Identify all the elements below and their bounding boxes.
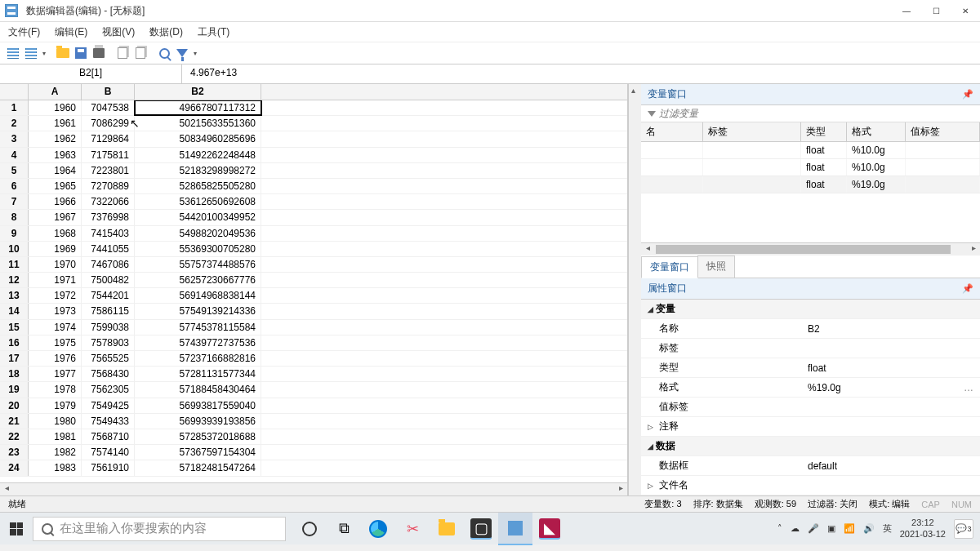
table-row[interactable]: 17 1976 7565525 57237166882816 [0, 351, 627, 367]
tray-mic-icon[interactable]: 🎤 [808, 523, 819, 534]
col-header-c[interactable]: B2 [135, 84, 261, 100]
cell[interactable]: 7467086 [82, 257, 135, 272]
row-header[interactable]: 15 [0, 320, 29, 335]
table-row[interactable]: 6 1965 7270889 52865825505280 [0, 179, 627, 194]
cell[interactable]: 7565525 [82, 351, 135, 366]
cell[interactable]: 7376998 [82, 210, 135, 224]
cell[interactable]: 53612650692608 [135, 194, 261, 209]
task-view-icon[interactable]: ⧉ [327, 513, 361, 545]
app-icon-2[interactable]: ◣ [539, 518, 560, 540]
cell[interactable]: 49667807117312 [135, 100, 261, 115]
vth-label[interactable]: 标签 [703, 122, 801, 141]
vth-format[interactable]: 格式 [847, 122, 906, 141]
table-row[interactable]: 18 1977 7568430 57281131577344 [0, 367, 627, 382]
row-header[interactable]: 3 [0, 131, 29, 146]
edge-icon[interactable] [361, 513, 395, 545]
pushpin-icon[interactable]: 📌 [962, 89, 973, 100]
table-row[interactable]: 10 1969 7441055 55369300705280 [0, 242, 627, 257]
vertical-scrollbar[interactable] [628, 84, 641, 495]
row-header[interactable]: 1 [0, 100, 29, 115]
cell[interactable]: 7441055 [82, 242, 135, 256]
cell[interactable]: 1978 [29, 382, 82, 397]
vth-name[interactable]: 名 [641, 122, 703, 141]
cell[interactable]: 7175811 [82, 148, 135, 162]
wifi-icon[interactable]: 📶 [844, 523, 855, 534]
cell[interactable]: 50834960285696 [135, 131, 261, 146]
cell[interactable]: 1974 [29, 320, 82, 335]
prop-type-value[interactable]: float [808, 362, 973, 374]
col-header-b[interactable]: B [82, 84, 135, 100]
cell[interactable]: 7544201 [82, 288, 135, 303]
taskbar-search[interactable]: 在这里输入你要搜索的内容 [33, 517, 286, 541]
cell[interactable]: 57439772737536 [135, 335, 261, 350]
grid-corner[interactable] [0, 84, 29, 100]
cell[interactable]: 1980 [29, 414, 82, 429]
cell[interactable]: 7562305 [82, 382, 135, 397]
prop-format-value[interactable]: %19.0g [808, 382, 964, 393]
cell[interactable]: 56993817559040 [135, 398, 261, 413]
cell[interactable]: 57188458430464 [135, 382, 261, 397]
cell[interactable]: 57367597154304 [135, 445, 261, 460]
cell[interactable]: 1972 [29, 288, 82, 303]
table-row[interactable]: 20 1979 7549425 56993817559040 [0, 398, 627, 414]
menu-tools[interactable]: 工具(T) [198, 25, 229, 39]
cell[interactable]: 54988202049536 [135, 226, 261, 241]
table-row[interactable]: 16 1975 7578903 57439772737536 [0, 335, 627, 351]
cell[interactable]: 7129864 [82, 131, 135, 146]
cell[interactable]: 7568710 [82, 429, 135, 444]
cell[interactable]: 1973 [29, 304, 82, 318]
row-header[interactable]: 10 [0, 242, 29, 256]
save-button[interactable] [73, 45, 89, 61]
data-editor-taskbar-icon[interactable] [498, 513, 532, 545]
cell[interactable]: 1970 [29, 257, 82, 272]
cell[interactable]: 7047538 [82, 100, 135, 115]
ime-indicator[interactable]: 英 [883, 522, 892, 535]
filter-button[interactable] [174, 45, 190, 61]
volume-icon[interactable]: 🔊 [863, 523, 875, 534]
collapse-icon[interactable]: ◢ [648, 305, 656, 313]
col-header-a[interactable]: A [29, 84, 82, 100]
cell[interactable]: 7549433 [82, 414, 135, 429]
collapse-icon[interactable]: ◢ [648, 442, 656, 451]
table-row[interactable]: 24 1983 7561910 57182481547264 [0, 460, 627, 476]
cell[interactable]: 1975 [29, 335, 82, 350]
row-header[interactable]: 13 [0, 288, 29, 303]
table-row[interactable]: 4 1963 7175811 51492262248448 [0, 148, 627, 163]
editor-dropdown-icon[interactable]: ▾ [41, 50, 47, 57]
row-header[interactable]: 7 [0, 194, 29, 209]
cell[interactable]: 7586115 [82, 304, 135, 318]
cell[interactable]: 57182481547264 [135, 460, 261, 475]
cell[interactable]: 56993939193856 [135, 414, 261, 429]
table-row[interactable]: 3 1962 7129864 50834960285696 [0, 131, 627, 147]
menu-edit[interactable]: 编辑(E) [55, 25, 87, 39]
table-row[interactable]: 8 1967 7376998 54420100349952 [0, 210, 627, 225]
row-header[interactable]: 9 [0, 226, 29, 241]
vth-vlabel[interactable]: 值标签 [906, 122, 980, 141]
tray-up-icon[interactable]: ˄ [777, 523, 782, 534]
table-row[interactable]: 23 1982 7574140 57367597154304 [0, 445, 627, 460]
filter-input[interactable] [659, 108, 973, 119]
table-row[interactable]: 15 1974 7599038 57745378115584 [0, 320, 627, 335]
cell[interactable]: 1983 [29, 460, 82, 475]
cell[interactable]: 57281131577344 [135, 367, 261, 381]
row-header[interactable]: 20 [0, 398, 29, 413]
cell[interactable]: 7599038 [82, 320, 135, 335]
minimize-button[interactable]: — [892, 0, 921, 22]
cell[interactable]: 1965 [29, 179, 82, 193]
cell[interactable]: 1963 [29, 148, 82, 162]
open-button[interactable] [55, 45, 71, 61]
cell[interactable]: 55369300705280 [135, 242, 261, 256]
row-header[interactable]: 19 [0, 382, 29, 397]
cell[interactable]: 52865825505280 [135, 179, 261, 193]
row-header[interactable]: 24 [0, 460, 29, 475]
tray-app-icon[interactable]: ▣ [827, 523, 835, 534]
table-row[interactable]: 7 1966 7322066 53612650692608 [0, 194, 627, 210]
row-header[interactable]: 11 [0, 257, 29, 272]
cell[interactable]: 1960 [29, 100, 82, 115]
start-button[interactable] [0, 513, 33, 545]
onedrive-icon[interactable]: ☁ [791, 523, 800, 534]
grid-body[interactable]: ↖ 1 1960 7047538 49667807117312 2 1961 7… [0, 100, 627, 482]
prop-name-value[interactable]: B2 [808, 323, 973, 335]
tab-snapshots[interactable]: 快照 [697, 256, 735, 278]
cell[interactable]: 54420100349952 [135, 210, 261, 224]
